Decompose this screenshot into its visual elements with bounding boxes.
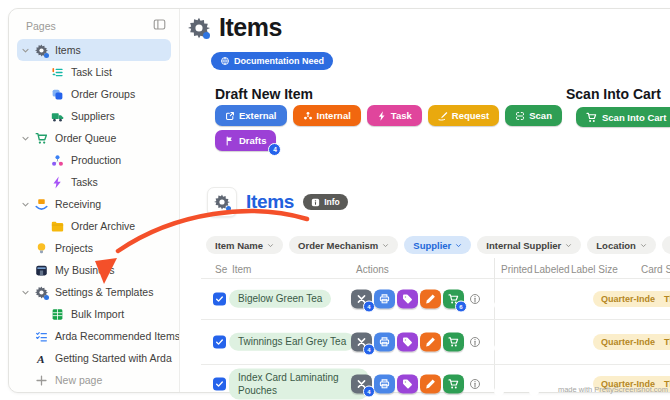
- truck-icon: [50, 109, 64, 123]
- print-button[interactable]: [374, 375, 395, 394]
- add-to-cart-button[interactable]: [443, 375, 464, 394]
- gear-icon: [34, 285, 48, 299]
- label-button[interactable]: [397, 289, 418, 308]
- check-icon: [215, 380, 224, 389]
- edit-button[interactable]: [420, 332, 441, 351]
- add-to-cart-button[interactable]: 6: [443, 289, 464, 308]
- sidebar-item-new-page[interactable]: New page: [17, 369, 171, 391]
- filter-internal-supplier[interactable]: Internal Supplier: [477, 236, 581, 254]
- sidebar-item-label: Bulk Import: [71, 308, 124, 320]
- sidebar-item-order-groups[interactable]: Order Groups: [17, 83, 171, 105]
- scan-button[interactable]: Scan: [505, 105, 562, 126]
- row-info-icon[interactable]: [469, 293, 481, 305]
- documentation-need-button[interactable]: Documentation Need: [211, 52, 333, 70]
- order-groups-icon: [50, 87, 64, 101]
- sidebar-item-bulk-import[interactable]: Bulk Import: [17, 303, 171, 325]
- filter-supplier[interactable]: Supplier: [404, 236, 471, 254]
- external-button[interactable]: External: [215, 105, 287, 126]
- tag-icon: [402, 293, 413, 304]
- card-size-select[interactable]: Thir: [656, 334, 670, 350]
- drafts-row: Drafts 4: [215, 130, 276, 151]
- sidebar-item-label: Order Queue: [55, 132, 116, 144]
- fan-icon: [303, 111, 313, 121]
- chevron-down-icon: [565, 242, 572, 249]
- request-button[interactable]: Request: [428, 105, 499, 126]
- info-pill[interactable]: Info: [303, 194, 348, 210]
- print-button[interactable]: [374, 289, 395, 308]
- chevron-down-icon[interactable]: [21, 46, 34, 55]
- column-header-card-size: Card S: [641, 264, 670, 275]
- filter-item-type[interactable]: Item Type: [662, 236, 670, 254]
- sidebar-item-task-list[interactable]: Task List: [17, 61, 171, 83]
- remove-button[interactable]: 4: [351, 289, 372, 308]
- sidebar-item-label: Task List: [71, 66, 112, 78]
- print-button[interactable]: [374, 332, 395, 351]
- cart-count-badge: 6: [455, 300, 467, 312]
- row-actions: 4: [351, 375, 464, 394]
- sidebar-item-label: Getting Started with Arda: [55, 352, 172, 364]
- filter-item-name[interactable]: Item Name: [206, 236, 283, 254]
- sidebar-item-order-archive[interactable]: Order Archive: [17, 215, 171, 237]
- table-row: Bigelow Green Tea 4 6 Quarter-Inde Thir: [201, 278, 670, 320]
- sidebar-item-production[interactable]: Production: [17, 149, 171, 171]
- sidebar-item-arda-recommended[interactable]: Arda Recommended Items: [17, 325, 171, 347]
- item-name-tag[interactable]: Index Card Laminating Pouches: [229, 369, 369, 400]
- pencil-icon: [425, 293, 436, 304]
- collapse-sidebar-icon[interactable]: [153, 18, 166, 33]
- sidebar-item-tasks[interactable]: Tasks: [17, 171, 171, 193]
- item-name-tag[interactable]: Twinnings Earl Grey Tea: [229, 332, 355, 351]
- drafts-button[interactable]: Drafts 4: [215, 130, 276, 151]
- sidebar-item-label: Arda Recommended Items: [55, 330, 180, 342]
- chevron-down-icon[interactable]: [21, 200, 34, 209]
- scan-into-cart-button[interactable]: Scan Into Cart: [576, 107, 670, 127]
- edit-button[interactable]: [420, 289, 441, 308]
- row-checkbox[interactable]: [213, 292, 226, 305]
- card-size-select[interactable]: Thir: [656, 291, 670, 307]
- internal-button[interactable]: Internal: [293, 105, 361, 126]
- check-icon: [215, 294, 224, 303]
- lightbulb-icon: [34, 241, 48, 255]
- sidebar-item-label: Settings & Templates: [55, 286, 153, 298]
- sidebar-item-my-business[interactable]: My Business: [17, 259, 171, 281]
- sidebar-item-settings-templates[interactable]: Settings & Templates: [17, 281, 171, 303]
- sidebar-list: Items Task List Order Groups Suppliers: [9, 37, 179, 391]
- sidebar-item-label: Receiving: [55, 198, 101, 210]
- items-page-gear-icon: [187, 16, 210, 39]
- sidebar-item-order-queue[interactable]: Order Queue: [17, 127, 171, 149]
- edit-button[interactable]: [420, 375, 441, 394]
- sidebar-item-items[interactable]: Items: [17, 39, 171, 61]
- sidebar-item-label: Items: [55, 44, 81, 56]
- filter-location[interactable]: Location: [587, 236, 656, 254]
- row-checkbox[interactable]: [213, 378, 226, 391]
- sidebar-item-receiving[interactable]: Receiving: [17, 193, 171, 215]
- sidebar-item-suppliers[interactable]: Suppliers: [17, 105, 171, 127]
- row-info-icon[interactable]: [469, 378, 481, 390]
- spreadsheet-icon: [50, 307, 64, 321]
- app-window: Pages Items Task List Order Groups: [0, 0, 670, 400]
- chevron-down-icon[interactable]: [21, 134, 34, 143]
- chevron-down-icon[interactable]: [21, 288, 34, 297]
- globe-icon: [220, 56, 230, 66]
- task-button[interactable]: Task: [367, 105, 422, 126]
- cart-icon: [448, 379, 459, 390]
- sidebar-item-getting-started[interactable]: Getting Started with Arda: [17, 347, 171, 369]
- add-to-cart-button[interactable]: [443, 332, 464, 351]
- folder-icon: [50, 219, 64, 233]
- items-section-gear-icon: [207, 187, 237, 217]
- page-header: Items: [187, 13, 282, 42]
- filter-order-mechanism[interactable]: Order Mechanism: [289, 236, 398, 254]
- row-info-icon[interactable]: [469, 336, 481, 348]
- remove-button[interactable]: 4: [351, 375, 372, 394]
- label-button[interactable]: [397, 332, 418, 351]
- remove-button[interactable]: 4: [351, 332, 372, 351]
- sidebar-item-label: Tasks: [71, 176, 98, 188]
- chevron-down-icon: [267, 242, 274, 249]
- row-checkbox[interactable]: [213, 335, 226, 348]
- sidebar: Pages Items Task List Order Groups: [9, 9, 180, 392]
- label-button[interactable]: [397, 375, 418, 394]
- draft-buttons-row: External Internal Task Request Scan: [215, 105, 562, 126]
- item-name-tag[interactable]: Bigelow Green Tea: [229, 289, 331, 308]
- sidebar-item-projects[interactable]: Projects: [17, 237, 171, 259]
- items-section-header: Items Info: [207, 187, 348, 217]
- page-title: Items: [219, 13, 282, 42]
